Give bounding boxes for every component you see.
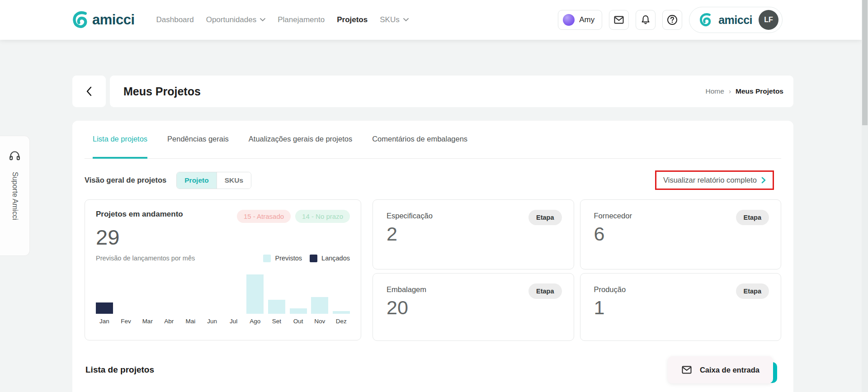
nav-oportunidades[interactable]: Oportunidades (206, 15, 266, 24)
main-card: Lista de projetos Pendências gerais Atua… (72, 121, 793, 392)
projects-count: 29 (96, 226, 350, 249)
tab-pendencias-gerais[interactable]: Pendências gerais (167, 121, 229, 159)
support-tab-label: Suporte Amicci (11, 172, 19, 220)
late-badge: 15 - Atrasado (237, 210, 291, 223)
month-label: Jun (203, 318, 221, 325)
breadcrumb: Home › Meus Projetos (706, 87, 783, 95)
nav-skus[interactable]: SKUs (380, 15, 408, 24)
nav-dashboard[interactable]: Dashboard (156, 15, 194, 24)
chart-month-labels: JanFevMarAbrMaiJunJulAgoSetOutNovDez (96, 318, 350, 325)
chevron-left-icon (85, 86, 93, 96)
list-section-title: Lista de projetos (85, 365, 154, 375)
breadcrumb-separator: › (729, 87, 731, 95)
help-icon (666, 14, 678, 26)
breadcrumb-current: Meus Projetos (736, 87, 783, 95)
page-scrollbar[interactable] (862, 0, 868, 392)
stage-card-producao[interactable]: Produção 1 Etapa (580, 273, 782, 341)
nav-planejamento[interactable]: Planejamento (278, 15, 325, 24)
chart-bar-jun (203, 270, 221, 314)
amicci-wordmark: amicci (92, 12, 135, 28)
inbox-button[interactable]: Caixa de entrada (668, 356, 773, 383)
chart-bar-mai (182, 270, 199, 314)
notifications-button[interactable] (636, 10, 656, 30)
launch-forecast-chart (96, 270, 350, 314)
title-card: Meus Projetos Home › Meus Projetos (110, 76, 793, 107)
chart-bar-ago (246, 270, 264, 314)
assistant-label: Amy (579, 15, 594, 24)
bell-icon (640, 14, 651, 25)
chart-bar-out (290, 270, 307, 314)
etapa-badge: Etapa (528, 210, 562, 225)
month-label: Mai (182, 318, 199, 325)
tab-atualizacoes-gerais[interactable]: Atualizações gerais de projetos (249, 121, 352, 159)
chart-bar-dez (333, 270, 350, 314)
title-row: Meus Projetos Home › Meus Projetos (72, 76, 793, 107)
chart-bar-nov (311, 270, 328, 314)
tab-lista-de-projetos[interactable]: Lista de projetos (93, 121, 147, 159)
previstos-swatch-icon (263, 255, 271, 262)
month-label: Jan (96, 318, 113, 325)
chevron-down-icon (403, 18, 409, 22)
legend-previstos: Previstos Lançados (263, 255, 350, 262)
tab-comentarios-embalagens[interactable]: Comentários de embalagens (372, 121, 467, 159)
nav-projetos[interactable]: Projetos (337, 15, 368, 24)
ontime-badge: 14 - No prazo (295, 210, 350, 223)
list-section-header: Lista de projetos Caixa de entrada (85, 356, 781, 383)
breadcrumb-home[interactable]: Home (706, 87, 724, 95)
chart-bar-mar (139, 270, 156, 314)
stage-card-especificacao[interactable]: Especificação 2 Etapa (373, 199, 574, 269)
month-label: Ago (246, 318, 264, 325)
etapa-badge: Etapa (736, 283, 769, 299)
amy-orb-icon (563, 14, 575, 26)
tab-bar: Lista de projetos Pendências gerais Atua… (85, 121, 781, 159)
projects-in-progress-card: Projetos em andamento 15 - Atrasado 14 -… (85, 199, 361, 340)
chart-bar-jul (225, 270, 242, 314)
toggle-projeto[interactable]: Projeto (177, 172, 217, 189)
mail-icon (681, 364, 692, 375)
amicci-logo[interactable]: amicci (72, 11, 135, 29)
view-full-report-link[interactable]: Visualizar relatório completo (663, 176, 757, 184)
avatar: LF (759, 10, 778, 30)
main-nav: Dashboard Oportunidades Planejamento Pro… (156, 15, 409, 24)
month-label: Nov (311, 318, 328, 325)
stage-card-fornecedor[interactable]: Fornecedor 6 Etapa (580, 199, 782, 269)
month-label: Abr (160, 318, 178, 325)
overview-cards: Projetos em andamento 15 - Atrasado 14 -… (85, 199, 781, 341)
scrollbar-thumb[interactable] (862, 0, 868, 125)
etapa-badge: Etapa (736, 210, 769, 225)
amicci-swoosh-icon (699, 13, 712, 27)
stage-cards-grid: Especificação 2 Etapa Fornecedor 6 Etapa… (373, 199, 781, 341)
page-title: Meus Projetos (123, 85, 201, 98)
inbox-button-label: Caixa de entrada (700, 366, 760, 374)
month-label: Out (290, 318, 307, 325)
mail-icon (613, 14, 624, 25)
page-content: Meus Projetos Home › Meus Projetos Lista… (72, 76, 793, 392)
lancados-swatch-icon (310, 255, 317, 262)
chevron-down-icon (260, 18, 265, 22)
projects-card-title: Projetos em andamento (96, 210, 183, 219)
project-sku-toggle: Projeto SKUs (176, 172, 251, 189)
chart-bar-abr (160, 270, 178, 314)
help-button[interactable] (662, 10, 682, 30)
mail-button[interactable] (609, 10, 629, 30)
chart-subtitle: Previsão de lançamentos por mês (96, 255, 195, 262)
header-actions: Amy amicci LF (558, 7, 783, 33)
overview-row: Visão geral de projetos Projeto SKUs Vis… (85, 170, 781, 190)
chart-bar-fev (118, 270, 135, 314)
status-badges: 15 - Atrasado 14 - No prazo (237, 210, 350, 223)
stage-card-embalagem[interactable]: Embalagem 20 Etapa (373, 273, 574, 341)
back-button[interactable] (72, 76, 106, 107)
account-menu[interactable]: amicci LF (689, 7, 783, 33)
support-amicci-tab[interactable]: Suporte Amicci (0, 136, 30, 256)
inbox-button-wrap: Caixa de entrada (668, 356, 773, 383)
toggle-skus[interactable]: SKUs (217, 172, 251, 189)
annotation-highlight-box: Visualizar relatório completo (655, 170, 774, 190)
assistant-amy-button[interactable]: Amy (558, 10, 602, 30)
top-navbar: amicci Dashboard Oportunidades Planejame… (0, 0, 862, 40)
chart-bar-set (268, 270, 285, 314)
month-label: Jul (225, 318, 242, 325)
chart-bar-jan (96, 270, 113, 314)
month-label: Fev (118, 318, 135, 325)
amicci-swoosh-icon (72, 11, 89, 29)
month-label: Set (268, 318, 285, 325)
